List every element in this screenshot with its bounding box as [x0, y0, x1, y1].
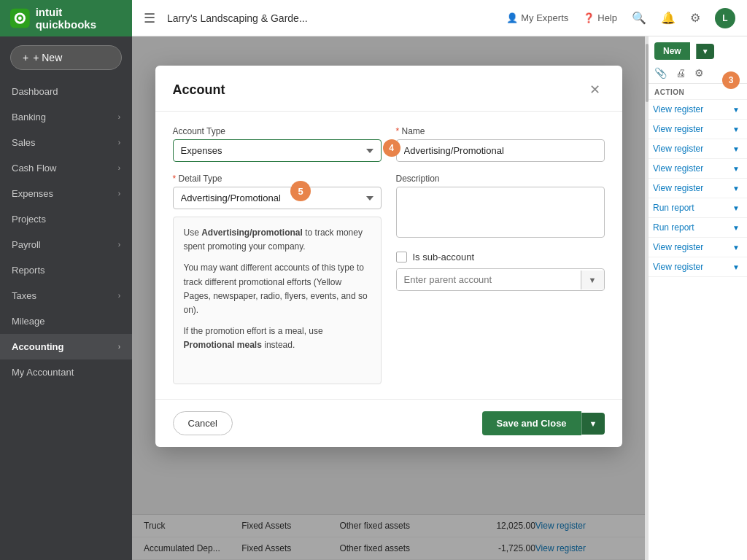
new-button[interactable]: + + New	[10, 45, 122, 70]
step-3-badge: 3	[722, 71, 740, 89]
save-dropdown-button[interactable]: ▼	[581, 413, 605, 435]
settings-icon[interactable]: ⚙	[690, 11, 700, 25]
action-row-5[interactable]: View register ▼	[646, 179, 747, 198]
parent-account-field: ▼	[396, 268, 605, 291]
scroll-thumb[interactable]	[646, 44, 649, 102]
account-modal: Account ✕ Account Type Expenses	[155, 66, 622, 447]
action-row-7[interactable]: Run report ▼	[646, 218, 747, 238]
reports-label: Reports	[12, 265, 120, 276]
mileage-label: Mileage	[12, 316, 120, 327]
modal-overlay: 5 Account ✕ Account Type Expenses	[132, 36, 645, 560]
sidebar-item-accounting[interactable]: Accounting ›	[0, 334, 132, 359]
taxes-label: Taxes	[12, 290, 118, 301]
step-5-badge: 5	[290, 181, 311, 201]
sidebar-item-expenses[interactable]: Expenses ›	[0, 181, 132, 206]
right-panel: New ▼ 3 📎 🖨 ⚙ ACTION View register ▼ Vie…	[645, 36, 747, 560]
sidebar-item-mileage[interactable]: Mileage	[0, 308, 132, 334]
action-row-3[interactable]: View register ▼	[646, 139, 747, 159]
run-report-arrow-2: ▼	[732, 224, 740, 232]
save-and-close-button[interactable]: Save and Close	[482, 411, 581, 435]
modal-left-col: * Detail Type Advertising/Promotional Us…	[173, 174, 382, 384]
banking-label: Banking	[12, 112, 118, 122]
action-row-4[interactable]: View register ▼	[646, 159, 747, 179]
modal-close-button[interactable]: ✕	[585, 80, 605, 99]
experts-icon: 👤	[506, 12, 518, 23]
sidebar-item-banking[interactable]: Banking ›	[0, 104, 132, 130]
run-report-link-2: Run report	[653, 222, 694, 233]
notification-icon[interactable]: 🔔	[661, 11, 676, 25]
payroll-chevron: ›	[118, 241, 120, 249]
action-row-8[interactable]: View register ▼	[646, 238, 747, 257]
topbar-actions: 👤 My Experts ❓ Help 🔍 🔔 ⚙ L	[506, 8, 735, 28]
right-panel-new-button[interactable]: New	[654, 42, 690, 60]
view-register-link-1: View register	[653, 104, 703, 114]
view-register-link-4: View register	[653, 163, 703, 174]
sidebar-item-sales[interactable]: Sales ›	[0, 130, 132, 155]
action-row-6[interactable]: Run report ▼	[646, 198, 747, 218]
view-register-link-9: View register	[653, 262, 703, 272]
modal-body: Account Type Expenses 4 * Name	[155, 112, 622, 399]
modal-title: Account	[173, 82, 225, 98]
description-label: Description	[396, 174, 605, 184]
help-button[interactable]: ❓ Help	[583, 12, 617, 23]
sidebar-item-dashboard[interactable]: Dashboard	[0, 79, 132, 104]
accounting-label: Accounting	[12, 341, 118, 352]
description-input[interactable]	[396, 187, 605, 238]
sidebar-item-my-accountant[interactable]: My Accountant	[0, 359, 132, 385]
action-row-9[interactable]: View register ▼	[646, 257, 747, 277]
sidebar-item-payroll[interactable]: Payroll ›	[0, 232, 132, 257]
app-logo: intuit quickbooks	[0, 0, 132, 36]
help-label: Help	[597, 12, 617, 23]
dashboard-label: Dashboard	[12, 86, 120, 97]
sidebar-item-projects[interactable]: Projects	[0, 206, 132, 232]
view-register-link-2: View register	[653, 124, 703, 134]
my-experts-button[interactable]: 👤 My Experts	[506, 12, 568, 23]
menu-icon[interactable]: ☰	[144, 10, 155, 26]
search-icon[interactable]: 🔍	[632, 11, 646, 25]
step-4-badge: 4	[383, 139, 400, 157]
info-bold-2: Promotional meals	[184, 340, 262, 350]
detail-type-label: * Detail Type	[173, 174, 382, 184]
save-button-group: Save and Close ▼	[482, 411, 605, 435]
view-register-arrow-9: ▼	[732, 263, 740, 271]
right-panel-actions-list: View register ▼ View register ▼ View reg…	[646, 100, 747, 560]
sales-chevron: ›	[118, 139, 120, 147]
taxes-chevron: ›	[118, 292, 120, 300]
app-name-label: intuit quickbooks	[36, 6, 122, 31]
account-type-select[interactable]: Expenses	[173, 139, 382, 162]
print-icon[interactable]: 🖨	[676, 67, 686, 79]
parent-account-dropdown[interactable]: ▼	[581, 271, 604, 289]
is-sub-account-checkbox[interactable]	[396, 252, 407, 262]
accounting-chevron: ›	[118, 343, 120, 351]
description-field: Description	[396, 174, 605, 240]
sidebar-item-cash-flow[interactable]: Cash Flow ›	[0, 155, 132, 181]
cash-flow-label: Cash Flow	[12, 163, 118, 174]
settings-gear-icon[interactable]: ⚙	[694, 67, 704, 79]
user-avatar[interactable]: L	[715, 8, 735, 28]
sidebar-item-taxes[interactable]: Taxes ›	[0, 283, 132, 308]
attachment-icon[interactable]: 📎	[654, 67, 667, 79]
view-register-arrow-4: ▼	[732, 165, 740, 173]
company-name: Larry's Landscaping & Garde...	[167, 12, 495, 24]
info-bold-1: Advertising/promotional	[201, 228, 303, 238]
modal-row-2: * Detail Type Advertising/Promotional Us…	[173, 174, 605, 384]
cancel-button[interactable]: Cancel	[173, 411, 233, 435]
view-register-arrow-1: ▼	[732, 106, 740, 114]
right-panel-new-dropdown[interactable]: ▼	[696, 44, 714, 59]
sidebar-nav: Dashboard Banking › Sales › Cash Flow › …	[0, 79, 132, 560]
action-row-1[interactable]: View register ▼	[646, 100, 747, 120]
payroll-label: Payroll	[12, 239, 118, 250]
is-sub-account-label: Is sub-account	[413, 252, 475, 262]
view-register-link-3: View register	[653, 144, 703, 154]
quickbooks-logo-icon	[10, 8, 30, 28]
sidebar-item-reports[interactable]: Reports	[0, 257, 132, 283]
name-input[interactable]	[396, 139, 605, 162]
main-content: ☰ Larry's Landscaping & Garde... 👤 My Ex…	[132, 0, 747, 560]
detail-type-select[interactable]: Advertising/Promotional	[173, 187, 382, 209]
run-report-link-1: Run report	[653, 203, 694, 213]
action-row-2[interactable]: View register ▼	[646, 120, 747, 139]
plus-icon: +	[23, 52, 28, 63]
parent-account-input[interactable]	[397, 269, 581, 290]
banking-chevron: ›	[118, 113, 120, 121]
my-experts-label: My Experts	[521, 12, 568, 23]
